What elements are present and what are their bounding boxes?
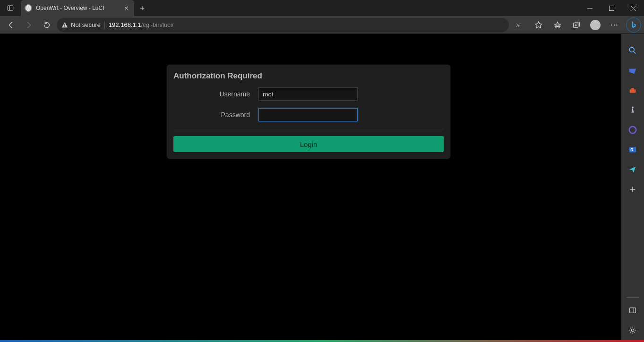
svg-point-15 (614, 24, 615, 25)
password-row: Password (173, 108, 444, 121)
username-label: Username (173, 90, 258, 98)
back-button[interactable] (3, 17, 19, 33)
sidebar-games-icon[interactable] (621, 100, 644, 120)
sidebar-tools-icon[interactable] (621, 80, 644, 100)
tab-close-button[interactable]: ✕ (122, 4, 130, 12)
profile-button[interactable] (586, 17, 604, 33)
workspace: Authorization Required Username Password… (0, 34, 644, 340)
svg-rect-7 (64, 26, 65, 26)
svg-point-16 (616, 24, 617, 25)
tab-title: OpenWrt - Overview - LuCI (36, 5, 118, 11)
svg-point-14 (611, 24, 612, 25)
svg-text:A⁾: A⁾ (516, 23, 520, 27)
page-content: Authorization Required Username Password… (0, 34, 621, 340)
svg-point-28 (631, 329, 634, 331)
refresh-button[interactable] (39, 17, 55, 33)
menu-button[interactable] (605, 17, 623, 33)
taskbar-edge (0, 340, 644, 342)
password-label: Password (173, 111, 258, 119)
svg-rect-26 (630, 308, 636, 313)
security-indicator[interactable]: Not secure (61, 21, 101, 28)
favorites-button[interactable] (549, 17, 567, 33)
edge-sidebar (621, 34, 644, 340)
address-bar[interactable]: Not secure 192.168.1.1/cgi-bin/luci/ (57, 18, 509, 32)
svg-point-21 (632, 107, 634, 109)
sidebar-search-icon[interactable] (621, 41, 644, 60)
username-input[interactable] (258, 87, 358, 101)
browser-tab[interactable]: OpenWrt - Overview - LuCI ✕ (21, 0, 134, 16)
svg-rect-0 (8, 6, 13, 10)
read-aloud-button[interactable]: A⁾ (511, 17, 529, 33)
collections-button[interactable] (567, 17, 585, 33)
not-secure-label: Not secure (71, 21, 101, 28)
svg-line-18 (634, 51, 635, 53)
panel-divider (173, 129, 444, 129)
password-input[interactable] (258, 108, 358, 121)
svg-point-17 (629, 47, 634, 52)
sidebar-office-icon[interactable] (621, 120, 644, 140)
bing-chat-button[interactable] (626, 17, 641, 33)
url-path: /cgi-bin/luci/ (141, 21, 174, 28)
login-button[interactable]: Login (173, 136, 444, 152)
svg-rect-3 (609, 6, 614, 10)
avatar-icon (590, 20, 601, 30)
window-maximize-button[interactable] (601, 0, 622, 16)
sidebar-send-icon[interactable] (621, 160, 644, 180)
svg-rect-20 (631, 88, 634, 90)
url-host: 192.168.1.1 (109, 21, 141, 28)
sidebar-add-icon[interactable] (621, 180, 644, 199)
sidebar-settings-icon[interactable] (621, 320, 644, 340)
address-separator (104, 21, 105, 29)
sidebar-divider (627, 297, 639, 298)
forward-button[interactable] (21, 17, 37, 33)
browser-titlebar: OpenWrt - Overview - LuCI ✕ ＋ (0, 0, 644, 16)
svg-rect-6 (64, 24, 65, 26)
sidebar-outlook-icon[interactable] (621, 140, 644, 160)
login-panel: Authorization Required Username Password… (167, 65, 450, 159)
window-controls (579, 0, 644, 16)
toolbar-right-icons: A⁾ (511, 17, 641, 33)
add-favorite-button[interactable] (530, 17, 548, 33)
tab-actions-button[interactable] (0, 0, 21, 16)
sidebar-hide-icon[interactable] (621, 300, 644, 320)
svg-rect-19 (630, 89, 636, 93)
window-minimize-button[interactable] (579, 0, 601, 16)
sidebar-shopping-icon[interactable] (621, 60, 644, 80)
panel-title: Authorization Required (173, 71, 444, 81)
window-close-button[interactable] (622, 0, 644, 16)
new-tab-button[interactable]: ＋ (134, 0, 150, 16)
browser-toolbar: Not secure 192.168.1.1/cgi-bin/luci/ A⁾ (0, 16, 644, 34)
username-row: Username (173, 87, 444, 101)
tab-favicon (25, 4, 32, 12)
